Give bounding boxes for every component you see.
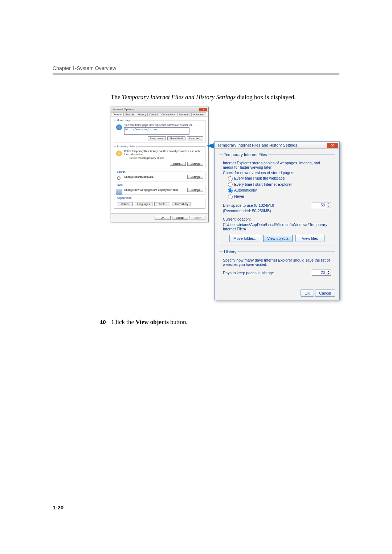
delete-on-exit-input[interactable] bbox=[125, 157, 128, 160]
move-folder-button[interactable]: Move folder... bbox=[229, 235, 260, 242]
io-tabs-group: Tabs Change how webpages are displayed i… bbox=[114, 183, 205, 194]
days-spinner-arrows-icon[interactable]: ▲▼ bbox=[326, 270, 331, 276]
tif-files-group: Temporary Internet Files Internet Explor… bbox=[219, 152, 335, 246]
delete-on-exit-checkbox[interactable]: Delete browsing history on exit bbox=[124, 156, 203, 161]
tif-check-label: Check for newer versions of stored pages… bbox=[223, 171, 331, 175]
tif-files-desc: Internet Explorer stores copies of webpa… bbox=[223, 161, 331, 169]
tif-dialog: Temporary Internet Files and History Set… bbox=[214, 141, 340, 300]
io-titlebar: Internet Options ✕ bbox=[111, 107, 208, 112]
tab-general[interactable]: General bbox=[111, 112, 124, 116]
io-home-group: Home page To create home page tabs, type… bbox=[114, 119, 205, 143]
fonts-button[interactable]: Fonts bbox=[154, 202, 170, 206]
languages-button[interactable]: Languages bbox=[135, 202, 152, 206]
intro-italic: Temporary Internet Files and History Set… bbox=[122, 94, 236, 100]
current-location-label: Current location: bbox=[223, 217, 331, 221]
disk-space-stepper[interactable]: ▲▼ bbox=[312, 202, 331, 208]
step-10: 10 Click the View objects button. bbox=[100, 319, 339, 326]
tif-history-desc: Specify how many days Internet Explorer … bbox=[223, 258, 331, 267]
history-settings-button[interactable]: Settings bbox=[187, 162, 203, 166]
tabs-icon bbox=[116, 189, 122, 195]
chapter-header: Chapter 1-System Overview bbox=[53, 65, 339, 71]
io-home-legend: Home page bbox=[116, 119, 132, 122]
tabs-settings-button[interactable]: Settings bbox=[187, 188, 203, 192]
tab-privacy[interactable]: Privacy bbox=[136, 112, 148, 116]
search-icon bbox=[117, 176, 121, 180]
days-stepper[interactable]: ▲▼ bbox=[312, 270, 331, 276]
search-settings-button[interactable]: Settings bbox=[187, 175, 203, 179]
radio-everytime-start[interactable]: Every time I start Internet Explorer bbox=[228, 182, 331, 187]
intro-post: dialog box is displayed. bbox=[236, 94, 296, 100]
tif-ok-button[interactable]: OK bbox=[301, 290, 314, 297]
io-tabs-legend: Tabs bbox=[116, 183, 123, 186]
page-number: 1-20 bbox=[53, 504, 64, 510]
tif-titlebar: Temporary Internet Files and History Set… bbox=[215, 142, 339, 149]
screenshots-area: Internet Options ✕ General Security Priv… bbox=[111, 107, 339, 317]
io-ok-button[interactable]: OK bbox=[155, 216, 171, 220]
internet-options-dialog: Internet Options ✕ General Security Priv… bbox=[111, 107, 209, 222]
tif-history-legend: History bbox=[223, 250, 237, 254]
step-post: button. bbox=[169, 319, 188, 325]
close-icon[interactable]: ✕ bbox=[199, 108, 207, 111]
disk-space-label1: Disk space to use (8-1024MB) bbox=[223, 203, 274, 208]
io-search-text: Change search defaults. bbox=[124, 175, 154, 178]
tif-history-group: History Specify how many days Internet E… bbox=[219, 250, 335, 280]
view-files-button[interactable]: View files bbox=[295, 235, 324, 242]
current-location-path: C:\Users\brians\AppData\Local\Microsoft\… bbox=[223, 222, 331, 231]
view-objects-button[interactable]: View objects bbox=[263, 235, 293, 242]
step-pre: Click the bbox=[111, 319, 135, 325]
tab-connections[interactable]: Connections bbox=[160, 112, 177, 116]
spinner-arrows-icon[interactable]: ▲▼ bbox=[326, 202, 331, 208]
intro-pre: The bbox=[111, 94, 122, 100]
step-bold: View objects bbox=[135, 319, 168, 325]
io-search-group: Search Change search defaults. Settings bbox=[114, 170, 205, 181]
home-icon bbox=[116, 124, 122, 130]
io-appearance-legend: Appearance bbox=[116, 196, 132, 200]
tab-content[interactable]: Content bbox=[147, 112, 160, 116]
header-rule bbox=[53, 73, 339, 75]
tif-footer: OK Cancel bbox=[215, 288, 339, 300]
io-search-legend: Search bbox=[116, 170, 126, 173]
tif-cancel-button[interactable]: Cancel bbox=[315, 290, 335, 297]
tif-title-text: Temporary Internet Files and History Set… bbox=[217, 143, 297, 147]
accessibility-button[interactable]: Accessibility bbox=[172, 202, 191, 206]
radio-automatically[interactable]: Automatically bbox=[228, 188, 331, 193]
intro-paragraph: The Temporary Internet Files and History… bbox=[111, 93, 339, 102]
io-tabs-text: Change how webpages are displayed in tab… bbox=[124, 188, 179, 192]
delete-button[interactable]: Delete... bbox=[170, 162, 186, 166]
days-label: Days to keep pages in history: bbox=[223, 271, 274, 275]
tif-close-icon[interactable]: ✕ bbox=[327, 143, 338, 148]
tab-security[interactable]: Security bbox=[123, 112, 136, 116]
delete-on-exit-label: Delete browsing history on exit bbox=[130, 157, 164, 160]
colors-button[interactable]: Colors bbox=[117, 202, 133, 206]
io-appearance-group: Appearance Colors Languages Fonts Access… bbox=[114, 196, 205, 209]
radio-never[interactable]: Never bbox=[228, 194, 331, 199]
use-default-button[interactable]: Use default bbox=[167, 136, 185, 140]
days-input[interactable] bbox=[312, 270, 326, 276]
callout-arrow-icon bbox=[206, 143, 215, 149]
step-number: 10 bbox=[100, 319, 110, 325]
io-history-legend: Browsing history bbox=[116, 145, 138, 148]
disk-space-label2: (Recommended: 50-250MB) bbox=[223, 209, 274, 213]
io-history-text: Delete temporary files, history, cookies… bbox=[124, 149, 203, 156]
io-home-text: To create home page tabs, type each addr… bbox=[124, 123, 203, 127]
use-blank-button[interactable]: Use blank bbox=[187, 136, 203, 140]
tab-programs[interactable]: Programs bbox=[177, 112, 192, 116]
io-footer: OK Cancel Apply bbox=[111, 213, 208, 222]
history-icon bbox=[116, 151, 122, 156]
io-cancel-button[interactable]: Cancel bbox=[172, 216, 188, 220]
io-title-text: Internet Options bbox=[113, 108, 134, 111]
disk-space-input[interactable] bbox=[312, 202, 326, 208]
io-tabstrip: General Security Privacy Content Connect… bbox=[111, 112, 208, 116]
tab-advanced[interactable]: Advanced bbox=[191, 112, 206, 116]
tif-files-legend: Temporary Internet Files bbox=[223, 152, 268, 157]
use-current-button[interactable]: Use current bbox=[148, 136, 166, 140]
io-history-group: Browsing history Delete temporary files,… bbox=[114, 145, 205, 168]
io-apply-button: Apply bbox=[189, 216, 205, 220]
home-url-input[interactable]: http://www.google.com bbox=[124, 127, 189, 135]
radio-everytime-visit[interactable]: Every time I visit the webpage bbox=[228, 176, 331, 181]
